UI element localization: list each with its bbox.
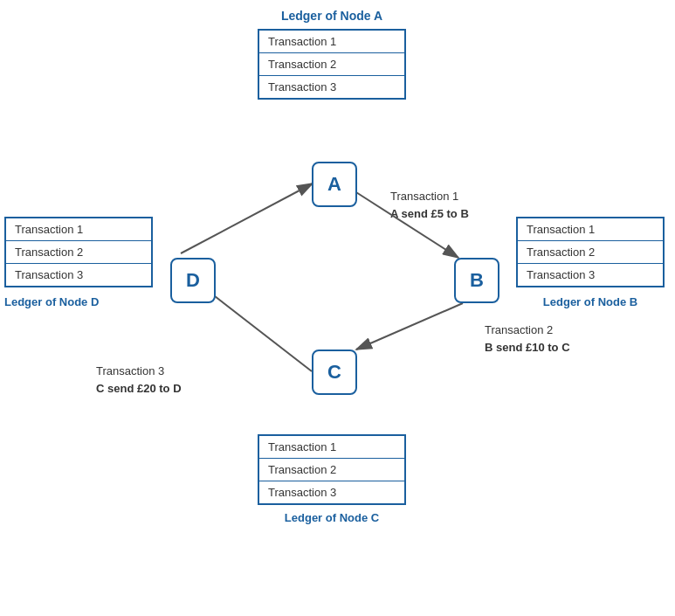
ledger-a-row-2: Transaction 2 bbox=[259, 53, 404, 76]
tx-label-bc: Transaction 2 B send £10 to C bbox=[485, 322, 570, 356]
node-b-label: B bbox=[470, 269, 484, 292]
node-b: B bbox=[454, 258, 499, 303]
ledger-b-row-1: Transaction 1 bbox=[518, 218, 663, 241]
ledger-b-row-3: Transaction 3 bbox=[518, 264, 663, 286]
svg-line-4 bbox=[181, 183, 313, 253]
ledger-a-row-3: Transaction 3 bbox=[259, 76, 404, 98]
tx-ab-line2: A send £5 to B bbox=[390, 207, 469, 220]
tx-cd-line2: C send £20 to D bbox=[96, 382, 182, 395]
node-c: C bbox=[312, 350, 357, 395]
ledger-d-row-3: Transaction 3 bbox=[6, 264, 151, 286]
node-d: D bbox=[170, 258, 216, 303]
tx-label-ab: Transaction 1 A send £5 to B bbox=[390, 188, 469, 222]
ledger-c-row-3: Transaction 3 bbox=[259, 481, 404, 503]
ledger-title-c: Ledger of Node C bbox=[258, 511, 406, 524]
ledger-d-row-1: Transaction 1 bbox=[6, 218, 151, 241]
tx-ab-line1: Transaction 1 bbox=[390, 190, 458, 203]
ledger-b-row-2: Transaction 2 bbox=[518, 241, 663, 264]
node-c-label: C bbox=[327, 361, 341, 384]
ledger-title-a: Ledger of Node A bbox=[258, 9, 406, 23]
ledger-d-row-2: Transaction 2 bbox=[6, 241, 151, 264]
ledger-c-row-1: Transaction 1 bbox=[259, 436, 404, 459]
node-a: A bbox=[312, 162, 357, 207]
ledger-b: Transaction 1 Transaction 2 Transaction … bbox=[516, 217, 665, 287]
svg-line-3 bbox=[199, 284, 312, 371]
ledger-title-d: Ledger of Node D bbox=[4, 295, 153, 308]
tx-bc-line2: B send £10 to C bbox=[485, 341, 570, 354]
ledger-a: Transaction 1 Transaction 2 Transaction … bbox=[258, 29, 406, 100]
tx-cd-line1: Transaction 3 bbox=[96, 364, 164, 377]
tx-bc-line1: Transaction 2 bbox=[485, 323, 553, 336]
node-d-label: D bbox=[186, 269, 200, 292]
ledger-c: Transaction 1 Transaction 2 Transaction … bbox=[258, 434, 406, 505]
svg-line-2 bbox=[356, 303, 463, 350]
ledger-d: Transaction 1 Transaction 2 Transaction … bbox=[4, 217, 153, 287]
ledger-a-row-1: Transaction 1 bbox=[259, 31, 404, 53]
tx-label-cd: Transaction 3 C send £20 to D bbox=[96, 363, 182, 397]
ledger-c-row-2: Transaction 2 bbox=[259, 459, 404, 481]
ledger-title-b: Ledger of Node B bbox=[516, 295, 665, 308]
node-a-label: A bbox=[327, 173, 341, 196]
